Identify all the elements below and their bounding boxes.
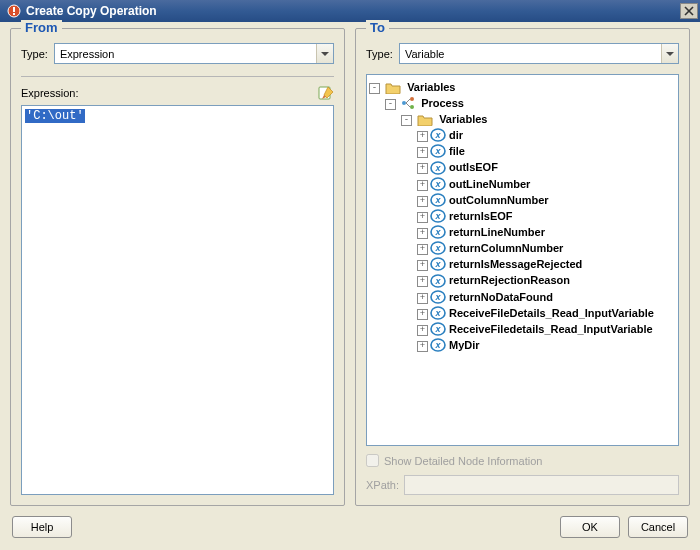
expression-input[interactable]: 'C:\out' [21, 105, 334, 495]
svg-rect-1 [13, 7, 15, 12]
expression-text: 'C:\out' [25, 109, 85, 123]
edit-expression-button[interactable] [318, 85, 334, 101]
expand-icon[interactable]: + [417, 293, 428, 304]
tree-variable-item[interactable]: +xfile [369, 143, 676, 159]
tree-variable-item[interactable]: +xoutIsEOF [369, 159, 676, 175]
variable-icon: x [430, 306, 446, 320]
tree-root[interactable]: - Variables [369, 79, 676, 95]
svg-text:x: x [434, 179, 441, 189]
tree-variable-item[interactable]: +xReceiveFiledetails_Read_InputVariable [369, 321, 676, 337]
tree-node-label: returnIsMessageRejected [449, 258, 582, 270]
tree-node-label: Variables [439, 113, 487, 125]
from-legend: From [21, 20, 62, 35]
from-type-value: Expression [60, 48, 316, 60]
expand-icon[interactable]: + [417, 196, 428, 207]
svg-rect-2 [13, 13, 15, 15]
to-type-select[interactable]: Variable [399, 43, 679, 64]
show-detailed-label: Show Detailed Node Information [384, 455, 542, 467]
svg-point-6 [402, 101, 406, 105]
expand-icon[interactable]: + [417, 325, 428, 336]
tree-node-label: returnNoDataFound [449, 291, 553, 303]
button-bar: Help OK Cancel [0, 510, 700, 548]
svg-text:x: x [434, 195, 441, 205]
variable-icon: x [430, 290, 446, 304]
to-panel: To Type: Variable - Variables - Process [355, 28, 690, 506]
svg-line-10 [406, 103, 410, 107]
svg-line-9 [406, 99, 410, 103]
to-legend: To [366, 20, 389, 35]
xpath-label: XPath: [366, 479, 399, 491]
tree-variables-folder[interactable]: - Variables [369, 111, 676, 127]
tree-variable-item[interactable]: +xreturnNoDataFound [369, 289, 676, 305]
collapse-icon[interactable]: - [401, 115, 412, 126]
expand-icon[interactable]: + [417, 131, 428, 142]
svg-text:x: x [434, 324, 441, 334]
tree-variable-item[interactable]: +xoutLineNumber [369, 176, 676, 192]
chevron-down-icon [316, 44, 333, 63]
from-type-label: Type: [21, 48, 48, 60]
tree-node-label: file [449, 145, 465, 157]
to-type-value: Variable [405, 48, 661, 60]
window-titlebar: Create Copy Operation [0, 0, 700, 22]
svg-text:x: x [434, 259, 441, 269]
expand-icon[interactable]: + [417, 244, 428, 255]
expand-icon[interactable]: + [417, 212, 428, 223]
expand-icon[interactable]: + [417, 276, 428, 287]
tree-variable-item[interactable]: +xdir [369, 127, 676, 143]
help-button[interactable]: Help [12, 516, 72, 538]
from-type-select[interactable]: Expression [54, 43, 334, 64]
tree-process[interactable]: - Process [369, 95, 676, 111]
expression-label: Expression: [21, 87, 78, 99]
collapse-icon[interactable]: - [369, 83, 380, 94]
variable-icon: x [430, 338, 446, 352]
tree-node-label: dir [449, 129, 463, 141]
tree-node-label: returnLineNumber [449, 226, 545, 238]
tree-variable-item[interactable]: +xoutColumnNumber [369, 192, 676, 208]
expand-icon[interactable]: + [417, 309, 428, 320]
variable-icon: x [430, 177, 446, 191]
tree-variable-item[interactable]: +xReceiveFileDetails_Read_InputVariable [369, 305, 676, 321]
variable-icon: x [430, 144, 446, 158]
variable-icon: x [430, 257, 446, 271]
svg-text:x: x [434, 130, 441, 140]
svg-text:x: x [434, 211, 441, 221]
expand-icon[interactable]: + [417, 163, 428, 174]
show-detailed-row: Show Detailed Node Information [366, 454, 679, 467]
xpath-input [404, 475, 679, 495]
svg-text:x: x [434, 292, 441, 302]
svg-text:x: x [434, 163, 441, 173]
collapse-icon[interactable]: - [385, 99, 396, 110]
tree-node-label: Process [421, 97, 464, 109]
tree-node-label: ReceiveFiledetails_Read_InputVariable [449, 323, 653, 335]
variable-icon: x [430, 273, 446, 287]
folder-icon [417, 112, 433, 126]
tree-variable-item[interactable]: +xreturnRejectionReason [369, 272, 676, 288]
tree-variable-item[interactable]: +xreturnLineNumber [369, 224, 676, 240]
expand-icon[interactable]: + [417, 180, 428, 191]
variable-icon: x [430, 225, 446, 239]
variable-icon: x [430, 241, 446, 255]
tree-node-label: outColumnNumber [449, 194, 549, 206]
tree-variable-item[interactable]: +xreturnIsEOF [369, 208, 676, 224]
tree-variable-item[interactable]: +xMyDir [369, 337, 676, 353]
expand-icon[interactable]: + [417, 341, 428, 352]
tree-node-label: returnIsEOF [449, 210, 513, 222]
tree-node-label: MyDir [449, 339, 480, 351]
close-button[interactable] [680, 3, 698, 19]
expand-icon[interactable]: + [417, 228, 428, 239]
process-icon [401, 96, 415, 110]
window-title: Create Copy Operation [26, 4, 680, 18]
expand-icon[interactable]: + [417, 260, 428, 271]
svg-text:x: x [434, 340, 441, 350]
tree-node-label: outIsEOF [449, 162, 498, 174]
svg-point-8 [410, 105, 414, 109]
tree-variable-item[interactable]: +xreturnColumnNumber [369, 240, 676, 256]
cancel-button[interactable]: Cancel [628, 516, 688, 538]
tree-variable-item[interactable]: +xreturnIsMessageRejected [369, 256, 676, 272]
variable-tree[interactable]: - Variables - Process - Variables +xdir+… [366, 74, 679, 446]
variable-icon: x [430, 128, 446, 142]
ok-button[interactable]: OK [560, 516, 620, 538]
expand-icon[interactable]: + [417, 147, 428, 158]
svg-text:x: x [434, 243, 441, 253]
svg-point-7 [410, 97, 414, 101]
